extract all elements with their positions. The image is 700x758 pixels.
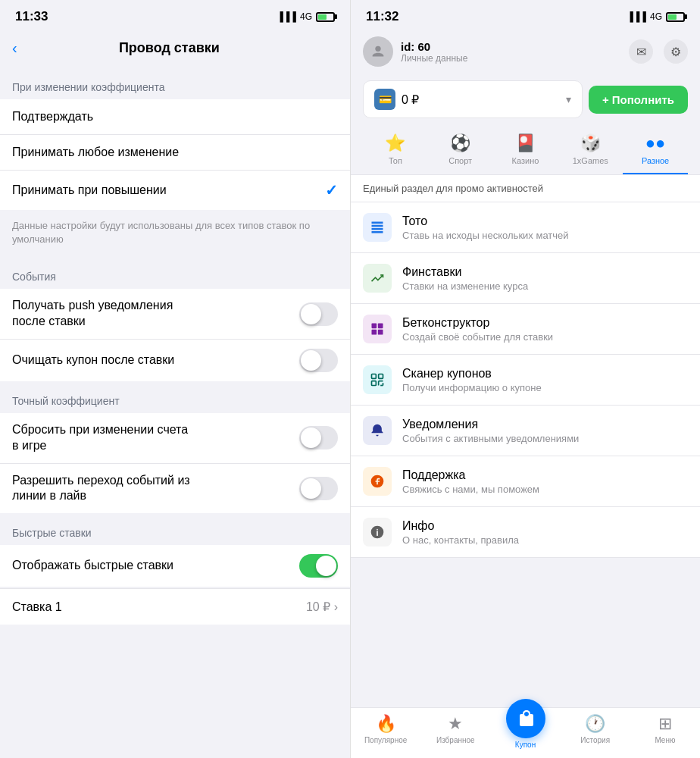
notifications-icon	[363, 416, 392, 445]
svg-rect-5	[372, 324, 377, 329]
push-notifications-item[interactable]: Получать push уведомленияпосле ставки	[0, 289, 350, 340]
betconstructor-title: Бетконструктор	[402, 316, 553, 330]
tab-misc[interactable]: ●● Разное	[623, 129, 688, 174]
stavka-row[interactable]: Ставка 1 10 ₽ ›	[0, 588, 350, 625]
clear-coupon-label: Очищать купон после ставки	[12, 352, 299, 368]
toto-texts: Тото Ставь на исходы нескольких матчей	[402, 215, 569, 241]
tab-top[interactable]: ⭐ Топ	[363, 129, 428, 174]
svg-rect-6	[378, 324, 383, 329]
toto-icon	[363, 213, 392, 242]
accept-increase-item[interactable]: Принимать при повышении ✓	[0, 171, 350, 210]
tab-sport-icon: ⚽	[450, 133, 470, 153]
support-title: Поддержка	[402, 468, 539, 482]
svg-rect-2	[372, 225, 383, 227]
confirm-item[interactable]: Подтверждать	[0, 99, 350, 135]
menu-item-betconstructor[interactable]: Бетконструктор Создай своё событие для с…	[351, 304, 700, 355]
user-id: id: 60	[401, 40, 467, 53]
betconstructor-texts: Бетконструктор Создай своё событие для с…	[402, 316, 553, 343]
history-label: История	[580, 736, 610, 744]
betconstructor-subtitle: Создай своё событие для ставки	[402, 331, 553, 343]
left-status-icons: ▐▐▐ 4G	[277, 11, 335, 22]
confirm-label: Подтверждать	[12, 110, 338, 124]
add-funds-button[interactable]: + Пополнить	[589, 86, 688, 114]
user-info: id: 60 Личные данные	[363, 36, 467, 67]
nav-favorites[interactable]: ★ Избранное	[420, 714, 490, 749]
coupon-label: Купон	[515, 741, 536, 749]
section-header-precise: Точный коэффициент	[0, 383, 350, 413]
events-group: Получать push уведомленияпосле ставки Оч…	[0, 289, 350, 381]
reset-score-item[interactable]: Сбросить при изменении счетав игре	[0, 413, 350, 464]
info-title: Инфо	[402, 519, 519, 533]
scanner-title: Сканер купонов	[402, 367, 542, 381]
back-button[interactable]: ‹	[12, 36, 23, 60]
svg-rect-8	[378, 330, 383, 335]
checkmark-icon: ✓	[325, 181, 338, 199]
coupon-button[interactable]	[506, 699, 545, 738]
menu-item-scanner[interactable]: Сканер купонов Получи информацию о купон…	[351, 355, 700, 406]
stavka-chevron: ›	[334, 600, 338, 613]
favorites-icon: ★	[448, 714, 463, 734]
tab-sport-label: Спорт	[448, 156, 472, 165]
mail-icon[interactable]: ✉	[629, 39, 653, 64]
menu-item-info[interactable]: Инфо О нас, контакты, правила	[351, 507, 700, 558]
finstaki-texts: Финставки Ставки на изменение курса	[402, 265, 528, 292]
finstaki-subtitle: Ставки на изменение курса	[402, 280, 528, 292]
toto-subtitle: Ставь на исходы нескольких матчей	[402, 230, 569, 241]
allow-transition-label: Разрешить переход событий излинии в лайв	[12, 473, 299, 505]
tab-casino[interactable]: 🎴 Казино	[493, 129, 558, 174]
svg-rect-11	[372, 381, 377, 386]
nav-history[interactable]: 🕐 История	[561, 714, 630, 749]
menu-label: Меню	[655, 736, 675, 744]
signal-bars-icon: ▐▐▐	[277, 11, 296, 22]
finstaki-title: Финставки	[402, 265, 528, 279]
promo-banner: Единый раздел для промо активностей	[351, 175, 700, 202]
tab-games-icon: 🎲	[580, 133, 601, 153]
right-battery-icon	[666, 12, 685, 22]
left-panel: 11:33 ▐▐▐ 4G ‹ Провод ставки При изменен…	[0, 0, 350, 758]
betconstructor-icon	[363, 315, 392, 343]
allow-transition-toggle[interactable]	[299, 477, 338, 500]
coefficient-group: Подтверждать Принимать любое изменение П…	[0, 99, 350, 210]
menu-item-toto[interactable]: Тото Ставь на исходы нескольких матчей	[351, 202, 700, 253]
popular-icon: 🔥	[376, 714, 396, 734]
nav-coupon[interactable]: Купон	[490, 711, 560, 749]
tab-sport[interactable]: ⚽ Спорт	[428, 129, 493, 174]
balance-amount: 0 ₽	[402, 92, 419, 107]
menu-item-finstaki[interactable]: Финставки Ставки на изменение курса	[351, 253, 700, 304]
svg-point-0	[375, 46, 380, 52]
tab-games-label: 1xGames	[573, 156, 608, 165]
stavka-value: 10 ₽ ›	[306, 600, 338, 614]
nav-popular[interactable]: 🔥 Популярное	[351, 714, 420, 749]
right-signal-icon: ▐▐▐	[627, 11, 646, 22]
tab-games[interactable]: 🎲 1xGames	[558, 129, 623, 174]
section-header-events: События	[0, 258, 350, 289]
show-quick-item[interactable]: Отображать быстрые ставки	[0, 545, 350, 587]
balance-bar: 💳 0 ₽ ▾ + Пополнить	[351, 76, 700, 126]
tab-top-icon: ⭐	[385, 133, 405, 153]
notifications-subtitle: События с активными уведомлениями	[402, 433, 579, 444]
clear-coupon-toggle[interactable]	[299, 349, 338, 372]
tab-misc-label: Разное	[642, 156, 669, 165]
nav-tabs: ⭐ Топ ⚽ Спорт 🎴 Казино 🎲 1xGames ●● Разн…	[351, 126, 700, 175]
clear-coupon-item[interactable]: Очищать купон после ставки	[0, 340, 350, 381]
allow-transition-item[interactable]: Разрешить переход событий излинии в лайв	[0, 464, 350, 514]
notifications-texts: Уведомления События с активными уведомле…	[402, 418, 579, 444]
left-status-bar: 11:33 ▐▐▐ 4G	[0, 0, 350, 30]
nav-menu[interactable]: ⊞ Меню	[630, 714, 700, 749]
show-quick-toggle[interactable]	[299, 554, 338, 578]
section-header-coefficient: При изменении коэффициента	[0, 69, 350, 99]
svg-rect-3	[372, 228, 383, 230]
push-toggle[interactable]	[299, 302, 338, 326]
precise-group: Сбросить при изменении счетав игре Разре…	[0, 413, 350, 513]
accept-increase-label: Принимать при повышении	[12, 183, 325, 197]
menu-item-notifications[interactable]: Уведомления События с активными уведомле…	[351, 406, 700, 456]
accept-any-item[interactable]: Принимать любое изменение	[0, 135, 350, 171]
header-icons: ✉ ⚙	[629, 39, 688, 64]
reset-score-toggle[interactable]	[299, 426, 338, 449]
battery-icon	[316, 12, 335, 22]
menu-item-support[interactable]: Поддержка Свяжись с нами, мы поможем	[351, 456, 700, 507]
balance-box[interactable]: 💳 0 ₽ ▾	[363, 80, 583, 118]
scanner-texts: Сканер купонов Получи информацию о купон…	[402, 367, 542, 393]
settings-icon[interactable]: ⚙	[664, 39, 688, 64]
favorites-label: Избранное	[436, 736, 475, 744]
